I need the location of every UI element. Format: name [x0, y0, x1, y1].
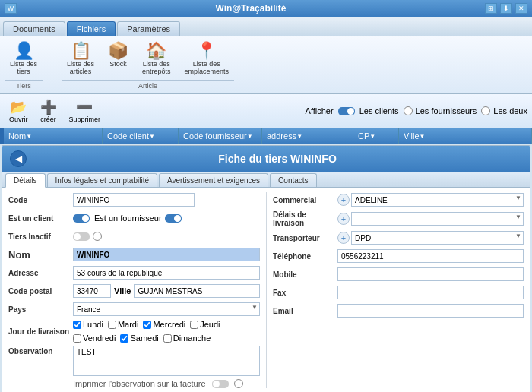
jour-livraison-row: Jour de livraison Lundi Mardi Mercredi J… [8, 320, 260, 343]
close-icon[interactable]: ✕ [515, 3, 527, 14]
fax-label: Fax [273, 289, 337, 297]
nom-input[interactable] [73, 248, 260, 261]
les-deux-label: Les deux [493, 106, 527, 115]
tab-fichiers[interactable]: Fichiers [67, 21, 116, 36]
supprimer-button[interactable]: ➖ Supprimer [65, 96, 106, 125]
transporteur-plus-btn[interactable]: + [337, 232, 350, 244]
commercial-plus-btn[interactable]: + [337, 194, 350, 206]
jour-mercredi[interactable]: Mercredi [143, 320, 185, 329]
jour-lundi[interactable]: Lundi [73, 320, 103, 329]
ouvrir-button[interactable]: 📂 Ouvrir [5, 96, 33, 125]
ribbon-btn-liste-emplacements[interactable]: 📍 Liste desemplacements [179, 40, 235, 78]
jour-vendredi[interactable]: Vendredi [73, 334, 116, 343]
commercial-select[interactable]: ADELINE [351, 193, 524, 207]
toolbar-row: 📂 Ouvrir ➕ créer ➖ Supprimer Afficher Le… [0, 94, 532, 128]
nom-label: Nom [8, 249, 73, 261]
title-bar: W Win@Traçabilité ⊞ ⬇ ✕ [0, 0, 532, 17]
ribbon-btn-liste-entrepots[interactable]: 🏠 Liste desentrepôts [137, 40, 176, 78]
telephone-row: Téléphone [273, 248, 524, 264]
est-client-label: Est un client [8, 214, 73, 223]
fournisseurs-radio[interactable]: Les fournisseurs [404, 106, 477, 115]
creer-button[interactable]: ➕ créer [36, 96, 62, 125]
supprimer-icon: ➖ [76, 99, 93, 115]
jour-jeudi[interactable]: Jeudi [190, 320, 220, 329]
mobile-input[interactable] [337, 267, 524, 281]
est-fournisseur-toggle[interactable] [165, 214, 182, 223]
form-area: Code Est un client Est un fournisseur Ti… [2, 188, 530, 392]
ouvrir-icon: 📂 [10, 99, 27, 115]
entrepots-icon: 🏠 [146, 43, 166, 59]
col-code-client[interactable]: Code client ▼ [103, 128, 179, 144]
codepostal-input[interactable] [73, 284, 111, 298]
jour-mardi[interactable]: Mardi [108, 320, 139, 329]
ribbon-btn-stock[interactable]: 📦 Stock [103, 40, 134, 78]
ribbon-btn-liste-articles[interactable]: 📋 Liste desarticles [62, 40, 100, 78]
fiche-tabs: Détails Infos légales et comptabilité Av… [2, 172, 530, 188]
email-input[interactable] [337, 304, 524, 318]
observation-textarea[interactable]: TEST [73, 346, 260, 376]
code-row: Code [8, 192, 260, 207]
commercial-row: Commercial + ADELINE [273, 192, 524, 207]
tiers-inactif-row: Tiers Inactif [8, 229, 260, 244]
articles-icon: 📋 [71, 43, 91, 59]
fiche-header: ◀ Fiche du tiers WININFO [2, 146, 530, 172]
back-button[interactable]: ◀ [10, 150, 27, 167]
ribbon-btn-liste-tiers[interactable]: 👤 Liste destiers [5, 40, 43, 78]
fax-input[interactable] [337, 286, 524, 299]
col-address[interactable]: address ▼ [262, 128, 353, 144]
col-cp[interactable]: CP ▼ [353, 128, 399, 144]
title-bar-left: W [5, 3, 17, 14]
fiche-tab-infos[interactable]: Infos légales et comptabilité [47, 173, 157, 187]
col-code-fournisseur[interactable]: Code fournisseur ▼ [179, 128, 262, 144]
emplacements-icon: 📍 [196, 43, 217, 59]
code-label: Code [8, 196, 73, 204]
tiers-inactif-toggle[interactable] [73, 232, 90, 241]
delais-livraison-label: Délais de livraison [273, 210, 337, 227]
grid-icon[interactable]: ⊞ [485, 3, 497, 14]
pays-select[interactable]: France [73, 302, 260, 316]
download-icon[interactable]: ⬇ [500, 3, 512, 14]
tiers-inactif-radio[interactable] [93, 232, 102, 241]
jour-dimanche[interactable]: Dimanche [163, 334, 211, 343]
ville-input[interactable] [134, 284, 260, 298]
adresse-label: Adresse [8, 269, 73, 277]
adresse-input[interactable] [73, 266, 260, 280]
fiche-tab-contacts[interactable]: Contacts [270, 173, 316, 187]
stock-icon: 📦 [108, 43, 128, 59]
jour-samedi[interactable]: Samedi [120, 334, 158, 343]
codepostal-row: Code postal Ville [8, 283, 260, 299]
codepostal-label: Code postal [8, 287, 73, 296]
col-nom[interactable]: Nom ▼ [4, 128, 103, 144]
delais-livraison-row: Délais de livraison + [273, 210, 524, 227]
delais-select[interactable] [351, 212, 524, 226]
imprimer-obs-toggle[interactable] [212, 380, 229, 388]
les-fournisseurs-label: Les fournisseurs [416, 106, 477, 115]
ribbon: 👤 Liste destiers Tiers 📋 Liste desarticl… [0, 36, 532, 94]
observation-row: Observation TEST [8, 346, 260, 376]
email-label: Email [273, 307, 337, 315]
article-group-label: Article [62, 80, 234, 90]
fax-row: Fax [273, 285, 524, 300]
delais-plus-btn[interactable]: + [337, 213, 350, 225]
les-deux-radio[interactable]: Les deux [481, 106, 527, 115]
est-client-toggle[interactable] [73, 214, 90, 223]
telephone-input[interactable] [337, 249, 524, 263]
ville-label: Ville [114, 286, 131, 296]
transporteur-select[interactable]: DPD [351, 231, 524, 245]
app-title: Win@Traçabilité [216, 3, 287, 14]
imprimer-obs-radio[interactable] [234, 379, 243, 388]
tab-parametres[interactable]: Paramètres [117, 21, 180, 36]
les-deux-radio-btn[interactable] [481, 106, 490, 115]
afficher-toggle[interactable] [338, 107, 355, 115]
est-fournisseur-label: Est un fournisseur [94, 213, 162, 223]
tab-documents[interactable]: Documents [3, 21, 65, 36]
tiers-group-label: Tiers [5, 80, 43, 90]
code-input[interactable] [73, 193, 195, 207]
fiche-tab-avertissement[interactable]: Avertissement et exigences [159, 173, 268, 187]
fournisseurs-radio-btn[interactable] [404, 106, 413, 115]
commercial-label: Commercial [273, 196, 337, 204]
jour-livraison-label: Jour de livraison [8, 327, 73, 336]
adresse-row: Adresse [8, 265, 260, 280]
col-ville[interactable]: Ville ▼ [399, 128, 532, 144]
fiche-tab-details[interactable]: Détails [5, 173, 46, 188]
